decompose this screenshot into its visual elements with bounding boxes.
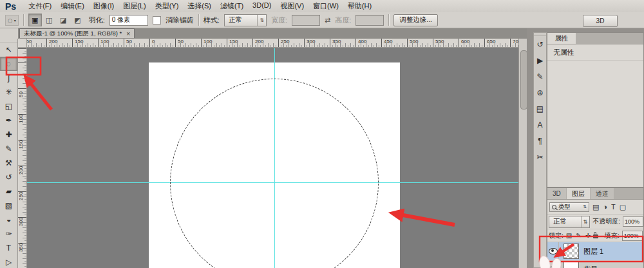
subtract-from-selection-button[interactable]: ◪ xyxy=(57,14,70,26)
workspace-3d-button[interactable]: 3D xyxy=(583,15,618,27)
ruler-label: 100 xyxy=(100,39,109,44)
separator xyxy=(388,14,389,26)
layer-thumbnail[interactable] xyxy=(564,262,579,268)
clone-source-panel-icon[interactable]: ⊕ xyxy=(534,84,546,100)
lock-label: 锁定: xyxy=(549,231,564,240)
pen-tool[interactable]: ✑ xyxy=(0,227,17,241)
filter-type-layers-icon[interactable]: T xyxy=(611,203,616,211)
clone-stamp-tool[interactable]: ⚒ xyxy=(0,156,17,170)
actions-panel-icon[interactable]: ▶ xyxy=(534,52,546,68)
separator xyxy=(23,14,24,26)
eraser-tool[interactable]: ▰ xyxy=(0,184,17,198)
lock-transparency-icon[interactable]: ▨ xyxy=(566,232,572,239)
style-dropdown[interactable]: 正常 ⇅ xyxy=(224,14,267,26)
current-tool-preview[interactable]: ◌ ▾ xyxy=(5,15,19,26)
layer-row-background[interactable]: 背景 xyxy=(547,260,643,268)
ruler-label: 150 xyxy=(229,39,238,44)
path-selection-tool[interactable]: ▷ xyxy=(0,255,17,268)
quick-selection-tool[interactable]: ✳ xyxy=(0,85,17,99)
ruler-label: 600 xyxy=(461,39,469,44)
tab-3d[interactable]: 3D xyxy=(547,188,566,199)
search-icon xyxy=(552,205,556,209)
menu-item[interactable]: 编辑(E) xyxy=(56,0,89,12)
intersect-selection-button[interactable]: ◩ xyxy=(71,14,84,26)
add-to-selection-button[interactable]: ◫ xyxy=(43,14,56,26)
link-dimensions-icon[interactable]: ⇄ xyxy=(325,16,330,24)
ruler-origin-corner[interactable] xyxy=(18,39,27,48)
tool-presets-panel-icon[interactable]: ✂ xyxy=(534,149,546,165)
ruler-label: 100 xyxy=(19,115,24,123)
ruler-label: 100 xyxy=(204,39,212,44)
history-brush-tool[interactable]: ↺ xyxy=(0,170,17,184)
fill-value[interactable]: 100% xyxy=(622,231,643,241)
vertical-scrollbar[interactable] xyxy=(518,39,527,268)
properties-empty-text: 无属性 xyxy=(547,44,643,61)
menu-item[interactable]: 帮助(H) xyxy=(343,0,376,12)
elliptical-marquee-tool[interactable]: ◌ xyxy=(0,57,17,71)
lock-paint-icon[interactable]: ✎ xyxy=(576,232,581,239)
character-panel-icon[interactable]: A xyxy=(534,117,546,133)
menu-item[interactable]: 滤镜(T) xyxy=(216,0,248,12)
tab-properties[interactable]: 属性 xyxy=(547,33,576,44)
crop-tool[interactable]: ◱ xyxy=(0,99,17,113)
new-selection-button[interactable]: ▣ xyxy=(28,14,42,26)
gradient-tool[interactable]: ▧ xyxy=(0,198,17,213)
brush-tool[interactable]: ✎ xyxy=(0,142,17,156)
menu-item[interactable]: 选择(S) xyxy=(183,0,216,12)
move-tool[interactable]: ↖ xyxy=(0,43,17,57)
width-label: 宽度: xyxy=(271,15,287,25)
elliptical-marquee-icon: ◌ xyxy=(8,16,13,24)
antialias-checkbox[interactable] xyxy=(153,16,161,24)
lock-position-icon[interactable]: ✛ xyxy=(585,232,591,239)
width-input[interactable] xyxy=(292,15,320,26)
menu-item[interactable]: 窗口(W) xyxy=(308,0,343,12)
height-input[interactable] xyxy=(355,15,384,26)
visibility-eye-icon[interactable] xyxy=(549,248,558,254)
lock-all-icon[interactable] xyxy=(593,235,598,238)
healing-brush-tool[interactable]: ✚ xyxy=(0,128,17,142)
dodge-tool[interactable]: ◒ xyxy=(0,213,17,227)
opacity-label: 不透明度: xyxy=(592,217,620,226)
brush-panel-icon[interactable]: ✎ xyxy=(534,68,546,84)
menu-item[interactable]: 视图(V) xyxy=(276,0,308,12)
filter-shape-layers-icon[interactable]: ▢ xyxy=(620,203,626,211)
layers-tab-bar: 3D图层通道 xyxy=(547,188,643,200)
ruler-label: 50 xyxy=(126,39,132,44)
menu-item[interactable]: 图像(I) xyxy=(89,0,118,12)
feather-input[interactable]: 0 像素 xyxy=(109,15,148,26)
menu-item[interactable]: 3D(D) xyxy=(248,0,276,12)
ruler-label: 50 xyxy=(178,39,184,44)
opacity-value[interactable]: 100% xyxy=(623,216,643,227)
chevron-down-icon: ▾ xyxy=(14,18,16,23)
layer-row-layer1[interactable]: 图层 1 xyxy=(547,242,643,260)
type-tool[interactable]: T xyxy=(0,241,17,255)
lasso-tool[interactable]: ʃ xyxy=(0,71,17,85)
refine-edge-button[interactable]: 调整边缘... xyxy=(393,14,438,26)
antialias-label: 消除锯齿 xyxy=(166,15,194,25)
document-tab[interactable]: 未标题-1 @ 100% (图层 1, RGB/8) * × xyxy=(19,28,135,38)
paragraph-panel-icon[interactable]: ¶ xyxy=(534,133,546,149)
history-panel-icon[interactable]: ↺ xyxy=(534,36,546,52)
feather-label: 羽化: xyxy=(89,15,105,25)
panel-dock: ↺▶✎⊕▤A¶✂ 属性 无属性 3D图层通道 类型 ⇅ ▤◑T▢ 正常 ⇅ xyxy=(527,28,644,268)
menu-item[interactable]: 图层(L) xyxy=(118,0,150,12)
tab-channels[interactable]: 通道 xyxy=(591,188,614,199)
menu-item[interactable]: 文件(F) xyxy=(24,0,56,12)
ruler-label: 450 xyxy=(384,39,392,44)
properties-tab-bar: 属性 xyxy=(547,33,643,44)
layer-list: 图层 1 背景 xyxy=(547,242,643,268)
dropdown-arrows-icon: ⇅ xyxy=(257,15,266,26)
layer-comps-panel-icon[interactable]: ▤ xyxy=(534,100,546,117)
blend-mode-dropdown[interactable]: 正常 ⇅ xyxy=(549,216,590,228)
vertical-ruler[interactable]: 50100150200250300350400 xyxy=(18,48,27,268)
filter-type-dropdown[interactable]: 类型 ⇅ xyxy=(549,202,589,212)
close-icon[interactable]: × xyxy=(126,30,130,37)
filter-pixel-layers-icon[interactable]: ▤ xyxy=(592,203,599,211)
tab-layers[interactable]: 图层 xyxy=(567,188,590,199)
horizontal-ruler[interactable]: 2502001501005005010015020025030035040045… xyxy=(19,39,518,48)
layer-thumbnail[interactable] xyxy=(564,244,579,259)
filter-adjustment-layers-icon[interactable]: ◑ xyxy=(603,203,607,211)
eyedropper-tool[interactable]: ✒ xyxy=(0,113,17,128)
menu-item[interactable]: 类型(Y) xyxy=(151,0,184,12)
strip-icon-list: ↺▶✎⊕▤A¶✂ xyxy=(534,36,546,165)
